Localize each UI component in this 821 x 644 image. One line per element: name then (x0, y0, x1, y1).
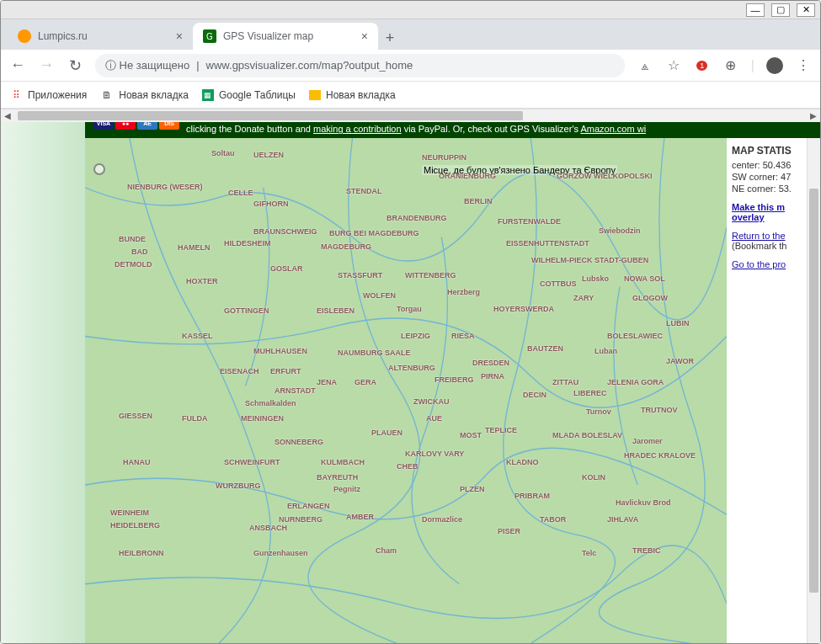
city-label: Jaromer (632, 437, 663, 445)
scroll-thumb[interactable] (18, 111, 523, 120)
close-tab-icon[interactable]: × (176, 29, 183, 43)
tab-strip: Lumpics.ru × G GPS Visualizer map × + (1, 19, 820, 50)
city-label: ORANIENBURG (439, 172, 496, 180)
new-tab-button[interactable]: + (378, 26, 402, 50)
vertical-scrollbar[interactable] (807, 138, 820, 643)
maximize-button[interactable]: ▢ (771, 3, 790, 17)
browser-window: — ▢ ✕ Lumpics.ru × G GPS Visualizer map … (0, 0, 821, 644)
city-label: MLADA BOLESLAV (552, 431, 622, 439)
menu-icon[interactable]: ⋮ (795, 57, 812, 74)
tab-title: GPS Visualizer map (223, 30, 313, 42)
window-controls: — ▢ ✕ (1, 1, 820, 19)
overlay-link[interactable]: Make this m (732, 202, 785, 212)
city-label: NOWA SOL (624, 274, 665, 283)
city-label: Pegnitz (333, 485, 360, 493)
city-label: MUHLHAUSEN (253, 347, 307, 355)
city-label: DRESDEN (472, 359, 509, 367)
favicon-icon (18, 29, 31, 43)
city-label: NURNBERG (279, 515, 323, 524)
city-label: EISLEBEN (317, 306, 355, 315)
city-label: DETMOLD (115, 260, 152, 269)
city-label: AUE (426, 414, 442, 423)
close-tab-icon[interactable]: × (361, 29, 368, 43)
city-label: HOYERSWERDA (493, 305, 554, 313)
scroll-left-icon[interactable]: ◀ (1, 109, 14, 123)
profile-avatar[interactable] (766, 57, 783, 74)
city-label: UELZEN (253, 151, 284, 159)
city-label: LIBEREC (573, 389, 607, 397)
scroll-right-icon[interactable]: ▶ (807, 109, 820, 123)
city-label: NAUMBURG SAALE (338, 349, 411, 357)
extension-icon[interactable]: 1 (694, 57, 711, 74)
city-label: BOLESLAWIEC (607, 332, 663, 340)
city-label: WEINHEIM (110, 508, 149, 517)
bookmark-star-icon[interactable]: ☆ (665, 57, 682, 74)
city-label: GERA (355, 378, 376, 386)
city-label: BRAUNSCHWEIG (253, 227, 317, 236)
city-label: PIRNA (481, 372, 504, 381)
url-input[interactable]: ⓘ Не защищено | www.gpsvisualizer.com/ma… (95, 54, 625, 77)
reload-button[interactable]: ↻ (67, 57, 83, 74)
scroll-thumb[interactable] (809, 189, 818, 593)
city-label: WURZBURG (216, 482, 261, 490)
city-label: HEIDELBERG (110, 521, 160, 530)
page-content: VISA ●● AE DIS If you find GPS Visualize… (1, 109, 820, 643)
return-link[interactable]: Return to the (732, 231, 786, 241)
recenter-icon[interactable] (93, 163, 105, 175)
city-label: BAYREUTH (317, 473, 358, 482)
apps-button[interactable]: ⠿Приложения (9, 88, 87, 102)
city-label: NEURUPPIN (422, 153, 466, 162)
city-label: SCHWEINFURT (224, 458, 280, 466)
city-label: PLZEN (460, 485, 485, 493)
city-label: PISER (498, 527, 520, 535)
city-label: FULDA (182, 414, 208, 423)
city-label: PLAUEN (371, 428, 403, 437)
city-label: CHEB (397, 462, 418, 471)
city-label: ZWICKAU (413, 397, 450, 406)
city-label: GLOGOW (632, 294, 668, 302)
bookmark-newtab2[interactable]: Новая вкладка (309, 89, 396, 101)
tab-gpsvisualizer[interactable]: G GPS Visualizer map × (193, 23, 378, 50)
city-label: BURG BEI MAGDEBURG (329, 229, 419, 237)
close-button[interactable]: ✕ (797, 3, 815, 17)
map-canvas[interactable]: Місце, де було ув'язнено Бандеру та Євро… (85, 138, 727, 643)
city-label: Swiebodzin (599, 226, 641, 235)
city-label: ZARY (573, 294, 594, 302)
city-label: PRIBRAM (514, 492, 550, 500)
city-label: FURSTENWALDE (498, 217, 561, 226)
city-label: MOST (460, 431, 482, 439)
favicon-icon: G (203, 29, 216, 43)
horizontal-scrollbar[interactable]: ◀ ▶ (1, 109, 820, 122)
city-label: Dormazlice (422, 515, 462, 524)
city-label: ANSBACH (249, 524, 287, 532)
city-label: BAD (131, 247, 148, 256)
forward-button[interactable]: → (38, 57, 55, 74)
city-label: NIENBURG (WESER) (127, 183, 203, 191)
tab-lumpics[interactable]: Lumpics.ru × (8, 23, 193, 50)
city-label: COTTBUS (540, 279, 577, 288)
minimize-button[interactable]: — (746, 3, 765, 17)
city-label: JAWOR (666, 357, 694, 365)
city-label: EISENACH (220, 367, 259, 375)
city-label: TABOR (540, 515, 566, 524)
city-label: Turnov (586, 407, 611, 416)
profile-link[interactable]: Go to the pro (732, 259, 786, 269)
city-label: Schmalkalden (245, 399, 296, 407)
city-label: KARLOVY VARY (405, 450, 464, 458)
city-label: SONNEBERG (275, 438, 323, 446)
city-label: HRADEC KRALOVE (624, 451, 696, 460)
globe-icon[interactable]: ⊕ (722, 57, 739, 74)
city-label: HOXTER (186, 277, 218, 285)
bookmark-newtab1[interactable]: 🗎Новая вкладка (100, 88, 189, 102)
city-label: ERLANGEN (287, 502, 330, 510)
amazon-link[interactable]: Amazon.com wi (580, 124, 646, 134)
translate-icon[interactable]: ⟁ (637, 57, 653, 74)
overlay-link2[interactable]: overlay (732, 212, 765, 222)
apps-icon: ⠿ (9, 88, 23, 102)
contribution-link[interactable]: making a contribution (313, 124, 402, 134)
city-label: Cham (376, 546, 397, 555)
city-label: ALTENBURG (388, 364, 435, 372)
city-label: STENDAL (346, 187, 382, 195)
back-button[interactable]: ← (9, 57, 26, 74)
bookmark-sheets[interactable]: ▦Google Таблицы (202, 89, 296, 101)
